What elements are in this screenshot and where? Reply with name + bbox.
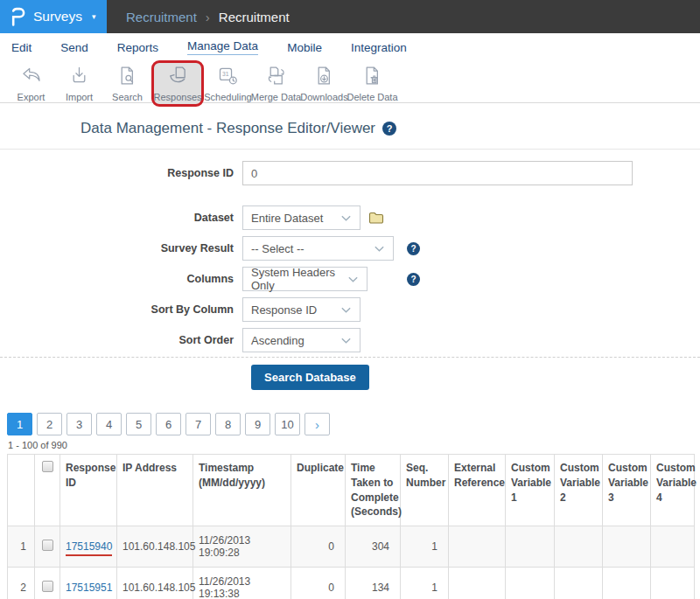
- header-seq-number: Seq. Number: [401, 455, 449, 526]
- chevron-down-icon: [347, 274, 359, 285]
- page-button-2[interactable]: 2: [37, 413, 62, 435]
- page-button-7[interactable]: 7: [186, 413, 211, 435]
- time-taken-cell: 304: [346, 526, 401, 568]
- seq-number-cell: 1: [401, 526, 449, 568]
- surveys-label: Surveys: [33, 9, 82, 24]
- ip-address-cell: 101.60.148.105: [117, 526, 193, 568]
- responses-table: Response ID IP Address Timestamp (MM/dd/…: [7, 454, 695, 599]
- page-button-3[interactable]: 3: [66, 413, 92, 435]
- header-external-reference: External Reference: [449, 455, 506, 526]
- import-icon: [67, 64, 91, 91]
- response-id-input[interactable]: [242, 161, 633, 185]
- page-button-8[interactable]: 8: [215, 413, 241, 435]
- response-search-form: Response ID Dataset Entire Dataset Surve…: [0, 161, 700, 390]
- pagination: 1 2 3 4 5 6 7 8 9 10 ›: [7, 413, 700, 435]
- menu-bar: Edit Send Reports Manage Data Mobile Int…: [0, 33, 700, 59]
- survey-result-selected-value: -- Select --: [251, 242, 304, 255]
- external-reference-cell: [449, 568, 506, 599]
- custom-variable-1-cell: [506, 568, 555, 599]
- page-title-text: Data Management - Response Editor/Viewer: [80, 120, 375, 137]
- survey-result-label: Survey Result: [0, 242, 242, 254]
- survey-result-help-icon[interactable]: ?: [407, 242, 420, 255]
- header-row-number: [8, 455, 35, 526]
- delete-data-label: Delete Data: [346, 92, 397, 102]
- row-select-cell: [35, 526, 60, 568]
- page-button-5[interactable]: 5: [126, 413, 151, 435]
- row-select-cell: [35, 568, 60, 599]
- response-id-link[interactable]: 17515951: [66, 582, 112, 594]
- page-help-icon[interactable]: ?: [382, 122, 396, 136]
- sort-by-column-selected-value: Response ID: [251, 303, 317, 317]
- header-ip-address: IP Address: [117, 455, 193, 526]
- menu-item-reports[interactable]: Reports: [117, 41, 158, 54]
- response-id-cell: 17515940: [60, 526, 117, 568]
- menu-item-send[interactable]: Send: [60, 41, 88, 54]
- dataset-folder-icon[interactable]: [368, 211, 384, 225]
- custom-variable-2-cell: [555, 568, 603, 599]
- columns-select[interactable]: System Headers Only: [242, 267, 368, 291]
- search-database-button[interactable]: Search Database: [251, 365, 369, 390]
- chevron-down-icon: [340, 212, 352, 224]
- page-title: Data Management - Response Editor/Viewer…: [80, 120, 700, 137]
- search-tool-button[interactable]: Search: [103, 61, 151, 102]
- table-header-row: Response ID IP Address Timestamp (MM/dd/…: [8, 455, 695, 526]
- scheduling-label: Scheduling: [204, 92, 251, 102]
- chevron-down-icon: [340, 304, 352, 316]
- sort-by-column-label: Sort By Column: [0, 303, 242, 316]
- page-button-10[interactable]: 10: [275, 413, 300, 435]
- row-checkbox[interactable]: [42, 581, 53, 592]
- row-number: 1: [8, 526, 35, 568]
- dataset-selected-value: Entire Dataset: [251, 212, 323, 225]
- breadcrumb-parent[interactable]: Recruitment: [126, 10, 197, 24]
- merge-data-button[interactable]: Merge Data: [252, 61, 300, 102]
- downloads-button[interactable]: Downloads: [300, 61, 348, 102]
- select-all-checkbox[interactable]: [42, 461, 53, 472]
- duplicate-cell: 0: [291, 568, 346, 599]
- custom-variable-3-cell: [603, 568, 651, 599]
- header-response-id: Response ID: [60, 455, 117, 526]
- page-button-9[interactable]: 9: [245, 413, 270, 435]
- page-button-1[interactable]: 1: [7, 413, 32, 435]
- dataset-select[interactable]: Entire Dataset: [242, 205, 360, 230]
- menu-item-integration[interactable]: Integration: [351, 41, 407, 54]
- breadcrumb: Recruitment › Recruitment: [107, 0, 290, 33]
- responses-button[interactable]: Responses: [151, 60, 204, 107]
- toolbar: Export Import Search Respo: [0, 59, 700, 103]
- page-button-4[interactable]: 4: [96, 413, 122, 435]
- responses-icon: [166, 64, 190, 91]
- custom-variable-1-cell: [506, 526, 555, 568]
- import-button[interactable]: Import: [55, 61, 103, 102]
- top-bar: Surveys ▾ Recruitment › Recruitment: [0, 0, 700, 33]
- dataset-label: Dataset: [0, 212, 242, 224]
- columns-help-icon[interactable]: ?: [407, 273, 420, 286]
- menu-item-manage-data[interactable]: Manage Data: [187, 39, 258, 55]
- sort-order-select[interactable]: Ascending: [242, 328, 360, 352]
- ip-address-cell: 101.60.148.105: [117, 568, 193, 599]
- menu-item-edit[interactable]: Edit: [11, 41, 32, 54]
- search-label: Search: [112, 92, 143, 102]
- merge-data-icon: [264, 64, 288, 91]
- columns-label: Columns: [0, 273, 242, 285]
- export-button[interactable]: Export: [7, 61, 55, 102]
- table-row: 1 17515940 101.60.148.105 11/26/2013 19:…: [8, 526, 695, 568]
- responses-label: Responses: [153, 92, 201, 102]
- custom-variable-3-cell: [603, 526, 651, 568]
- menu-item-mobile[interactable]: Mobile: [287, 41, 322, 54]
- next-page-button[interactable]: ›: [304, 413, 330, 435]
- sort-by-column-select[interactable]: Response ID: [242, 297, 360, 322]
- scheduling-button[interactable]: 31 Scheduling: [204, 61, 252, 102]
- table-row: 2 17515951 101.60.148.105 11/26/2013 19:…: [8, 568, 695, 599]
- survey-result-select[interactable]: -- Select --: [242, 236, 394, 261]
- sort-order-label: Sort Order: [0, 334, 242, 346]
- chevron-down-icon: [374, 243, 385, 254]
- row-checkbox[interactable]: [42, 540, 53, 551]
- seq-number-cell: 1: [401, 568, 449, 599]
- response-id-link[interactable]: 17515940: [66, 540, 112, 556]
- delete-data-button[interactable]: Delete Data: [348, 61, 396, 102]
- app-logo-icon: [10, 6, 25, 27]
- header-time-taken: Time Taken to Complete (Seconds): [346, 455, 401, 526]
- surveys-menu-button[interactable]: Surveys ▾: [0, 0, 107, 33]
- header-duplicate: Duplicate: [291, 455, 346, 526]
- page-button-6[interactable]: 6: [156, 413, 181, 435]
- merge-data-label: Merge Data: [251, 92, 301, 102]
